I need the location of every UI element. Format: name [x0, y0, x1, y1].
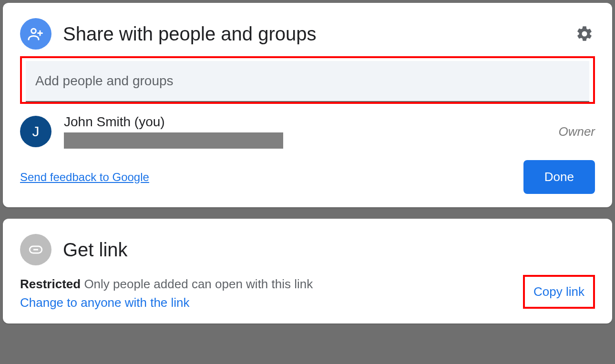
restricted-label: Restricted [20, 277, 81, 291]
add-people-input[interactable] [26, 61, 589, 102]
share-footer: Send feedback to Google Done [20, 160, 595, 194]
link-icon [20, 234, 51, 265]
change-access-link[interactable]: Change to anyone with the link [20, 295, 190, 310]
get-link-card: Get link Restricted Only people added ca… [3, 219, 612, 324]
copy-link-button[interactable]: Copy link [533, 284, 584, 299]
share-header: Share with people and groups [20, 18, 595, 50]
share-card: Share with people and groups J John Smit… [3, 3, 612, 207]
person-info: John Smith (you) [64, 114, 546, 149]
get-link-header: Get link [20, 234, 595, 265]
get-link-title: Get link [63, 239, 595, 261]
send-feedback-link[interactable]: Send feedback to Google [20, 171, 149, 184]
restricted-line: Restricted Only people added can open wi… [20, 275, 313, 293]
restricted-description: Only people added can open with this lin… [81, 277, 313, 291]
person-row: J John Smith (you) Owner [20, 114, 595, 149]
get-link-body: Restricted Only people added can open wi… [20, 275, 595, 310]
done-button[interactable]: Done [523, 160, 595, 194]
person-role: Owner [558, 124, 595, 139]
person-add-icon [20, 18, 51, 50]
share-title: Share with people and groups [63, 23, 563, 45]
link-description: Restricted Only people added can open wi… [20, 275, 313, 310]
svg-point-0 [31, 29, 36, 33]
person-name: John Smith (you) [64, 114, 546, 130]
copy-link-highlight-annotation: Copy link [523, 275, 595, 309]
person-email-redacted [64, 132, 283, 149]
avatar: J [20, 116, 51, 147]
gear-icon [575, 25, 594, 43]
input-highlight-annotation [20, 56, 595, 104]
settings-button[interactable] [574, 23, 595, 44]
